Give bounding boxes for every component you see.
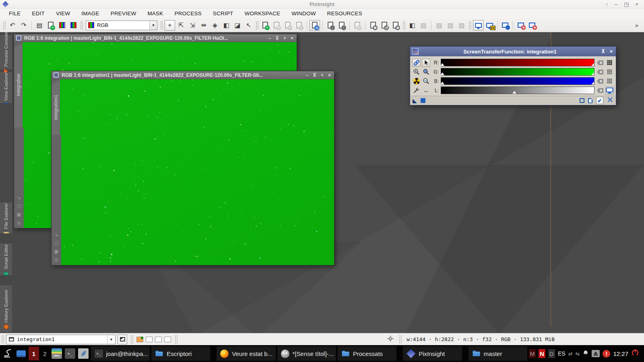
statusbar-grip[interactable] xyxy=(130,335,133,344)
slider-midtone-marker[interactable] xyxy=(440,70,444,75)
task-button-processats[interactable]: Processats xyxy=(338,346,396,361)
sidebar-tab-file-explorer[interactable]: File Explorer xyxy=(0,203,12,234)
power-button-icon[interactable] xyxy=(631,349,639,358)
task-button-veure-estat-b-[interactable]: Veure estat b... xyxy=(217,346,275,361)
minimize-button[interactable]: – xyxy=(305,72,308,78)
edit-process-icon[interactable]: ✎ xyxy=(271,20,282,31)
duplicate-view-icon[interactable]: ▣ xyxy=(54,249,58,254)
menu-item-workspace[interactable]: WORKSPACE xyxy=(239,9,286,18)
extract-channels-icon[interactable] xyxy=(68,20,78,31)
sidebar-tab-history-explorer[interactable]: History Explorer xyxy=(0,286,12,333)
process-settings-icon[interactable]: ⊛ xyxy=(368,20,378,31)
zoom-in-icon[interactable] xyxy=(412,68,421,76)
stf-enable-icon[interactable] xyxy=(473,20,483,31)
black-point-auto-icon[interactable] xyxy=(412,77,421,85)
menu-item-preview[interactable]: PREVIEW xyxy=(105,9,142,18)
image-window-titlebar[interactable]: RGB 1:6 integration | masterLight_BIN-1_… xyxy=(14,34,297,42)
task-button-master[interactable]: master xyxy=(469,346,527,361)
menu-item-resources[interactable]: RESOURCES xyxy=(322,9,368,18)
image-window-integration1[interactable]: RGB 1:6 integration1 | masterLight_BIN-1… xyxy=(51,71,334,265)
menu-item-image[interactable]: IMAGE xyxy=(76,9,105,18)
rgb-channels-icon[interactable] xyxy=(57,20,67,31)
workspace-thumbnail-1[interactable] xyxy=(136,337,143,342)
image-canvas-integration1[interactable] xyxy=(61,79,334,265)
close-window-icon[interactable]: ⊗ xyxy=(516,20,526,31)
dropdown-arrow-icon[interactable]: ▼ xyxy=(107,335,115,344)
workspace-thumbnail-4[interactable] xyxy=(164,337,171,342)
cursor-mode-icon[interactable]: ↖ xyxy=(244,20,254,31)
channel-grid-icon[interactable] xyxy=(605,68,614,76)
statusbar-grip[interactable] xyxy=(1,335,4,344)
center-view-icon[interactable]: ◎ xyxy=(54,257,58,263)
menu-item-edit[interactable]: EDIT xyxy=(26,9,50,18)
maximize-button[interactable]: + xyxy=(283,35,286,41)
h-expand-icon[interactable]: ↔ xyxy=(422,86,430,95)
editor-launcher-button[interactable] xyxy=(77,346,89,361)
channel-reset-icon[interactable] xyxy=(596,68,604,76)
cursor-icon[interactable] xyxy=(422,59,430,67)
statusbar-grip[interactable] xyxy=(399,335,402,344)
image-window-titlebar[interactable]: RGB 1:6 integration1 | masterLight_BIN-1… xyxy=(52,71,334,79)
browse-documentation-icon[interactable] xyxy=(588,98,592,103)
toolbar-grip[interactable] xyxy=(80,21,83,30)
window-restore-button[interactable]: ◳ xyxy=(624,1,629,7)
mask-invert-icon[interactable]: ▨ xyxy=(418,20,429,31)
fetch-window-icon[interactable]: ← xyxy=(500,20,510,31)
zoom-in-alt-icon[interactable] xyxy=(422,68,430,76)
stf-slider-r[interactable] xyxy=(441,59,594,66)
load-process-icon[interactable]: ↓ xyxy=(325,20,336,31)
window-minimize-button[interactable]: – xyxy=(615,1,617,7)
menu-item-script[interactable]: SCRIPT xyxy=(207,9,239,18)
stf-slider-g[interactable] xyxy=(441,68,594,76)
maximize-button[interactable]: + xyxy=(321,72,324,78)
save-process-icon[interactable]: ↑ xyxy=(336,20,347,31)
browse-processes-icon[interactable]: ⊙ xyxy=(310,20,320,31)
mask-edit-icon[interactable]: ▨ xyxy=(445,20,456,31)
slider-midtone-marker[interactable] xyxy=(440,61,444,66)
fit-window-icon[interactable]: ◻ xyxy=(17,203,21,209)
zoom-out-icon[interactable] xyxy=(422,77,430,85)
toolbar-grip[interactable] xyxy=(160,21,163,30)
close-button[interactable]: × xyxy=(610,49,613,54)
shade-button[interactable]: ⊼ xyxy=(313,72,316,78)
workspace-button-1[interactable]: 1 xyxy=(29,347,39,360)
channel-reset-icon[interactable] xyxy=(596,77,604,85)
mask-select-icon[interactable]: ▨ xyxy=(456,20,467,31)
slider-midtone-marker[interactable] xyxy=(512,89,516,94)
menu-item-view[interactable]: VIEW xyxy=(50,9,76,18)
zoom-out-fit-icon[interactable]: ⇲ xyxy=(187,20,198,31)
new-instance-square-icon[interactable] xyxy=(580,98,584,103)
tray-sync-icon[interactable]: ⇄ xyxy=(568,351,573,357)
edit-identifier-icon[interactable]: ▤ xyxy=(34,20,45,31)
workspace-button-2[interactable]: 2 xyxy=(41,347,49,360)
eject-tray-icon[interactable] xyxy=(592,350,600,357)
color-sample-icon[interactable] xyxy=(421,98,425,103)
close-button[interactable]: × xyxy=(291,35,293,41)
toolbar-overflow-button[interactable]: » xyxy=(635,22,638,29)
slider-midtone-marker[interactable] xyxy=(440,80,444,84)
show-desktop-button[interactable] xyxy=(15,346,27,361)
mask-show-icon[interactable]: ▨ xyxy=(434,20,444,31)
reset-compress-icon[interactable] xyxy=(607,97,613,105)
close-button[interactable]: × xyxy=(328,72,331,78)
workspace-thumbnail-3[interactable] xyxy=(155,337,162,342)
sidebar-tab-process-console[interactable]: Process Console xyxy=(0,35,12,70)
statusbar-grip[interactable] xyxy=(175,335,178,344)
stf-24bit-icon[interactable]: 24 xyxy=(484,20,495,31)
apply-check-button[interactable]: ✔ xyxy=(596,97,603,104)
notification-bell-icon[interactable] xyxy=(582,350,589,358)
view-tab-integration1[interactable]: integration1 xyxy=(52,79,61,135)
wm-logo-icon[interactable] xyxy=(2,346,14,361)
archive-launcher-button[interactable] xyxy=(51,346,62,361)
terminal-launcher-button[interactable]: >_ xyxy=(64,346,76,361)
stf-slider-b[interactable] xyxy=(441,77,594,85)
toolbar-grip[interactable] xyxy=(256,21,258,30)
track-view-icon[interactable]: ⌖ xyxy=(165,20,175,31)
reload-process-icon[interactable]: ↺ xyxy=(379,20,390,31)
link-rgb-icon[interactable] xyxy=(412,59,421,67)
shade-button[interactable]: ⊼ xyxy=(601,49,605,54)
undo-icon[interactable]: ↶ xyxy=(7,20,18,31)
sidebar-tab-script-editor[interactable]: Script Editor xyxy=(0,244,12,276)
channel-reset-icon[interactable] xyxy=(596,59,604,67)
stf-titlebar[interactable]: ScreenTransferFunction: integration1 ⊼ × xyxy=(410,47,616,56)
